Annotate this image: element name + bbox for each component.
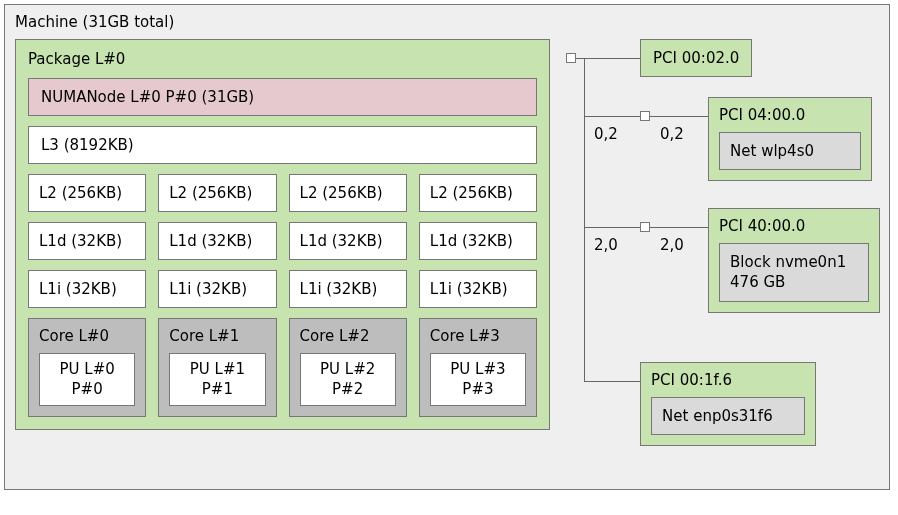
core: Core L#1 PU L#1 P#1 xyxy=(158,318,276,417)
tree-line xyxy=(576,58,584,59)
pu: PU L#2 P#2 xyxy=(300,353,396,406)
tree-node-icon xyxy=(566,53,576,63)
l1i-cache: L1i (32KB) xyxy=(289,270,407,308)
tree-line xyxy=(584,381,640,382)
l2-row: L2 (256KB) L2 (256KB) L2 (256KB) L2 (256… xyxy=(28,174,537,212)
machine-title: Machine (31GB total) xyxy=(15,13,879,31)
tree-line xyxy=(584,227,640,228)
bridge-label: 0,2 xyxy=(594,125,618,143)
l3-cache: L3 (8192KB) xyxy=(28,126,537,164)
pu: PU L#1 P#1 xyxy=(169,353,265,406)
l2-cache: L2 (256KB) xyxy=(28,174,146,212)
l2-cache: L2 (256KB) xyxy=(158,174,276,212)
os-device: Net wlp4s0 xyxy=(719,132,861,170)
core-row: Core L#0 PU L#0 P#0 Core L#1 PU L#1 P#1 … xyxy=(28,318,537,417)
pci-tree: PCI 00:02.0 0,2 0,2 PCI 04:00.0 Net wlp4… xyxy=(562,39,879,479)
pci-title: PCI 40:00.0 xyxy=(719,217,869,235)
l1i-cache: L1i (32KB) xyxy=(158,270,276,308)
os-device: Block nvme0n1 476 GB xyxy=(719,243,869,302)
l1d-cache: L1d (32KB) xyxy=(158,222,276,260)
core: Core L#3 PU L#3 P#3 xyxy=(419,318,537,417)
numanode-title: NUMANode L#0 P#0 (31GB) xyxy=(41,88,254,106)
pci-title: PCI 00:02.0 xyxy=(653,49,739,67)
core-title: Core L#0 xyxy=(39,327,135,345)
tree-line xyxy=(584,58,640,59)
l1i-cache: L1i (32KB) xyxy=(28,270,146,308)
tree-line xyxy=(584,116,640,117)
pci-device: PCI 04:00.0 Net wlp4s0 xyxy=(708,97,872,181)
machine: Machine (31GB total) Package L#0 NUMANod… xyxy=(4,4,890,490)
tree-line xyxy=(650,116,708,117)
package-title: Package L#0 xyxy=(28,50,537,68)
pci-title: PCI 04:00.0 xyxy=(719,106,861,124)
l1d-row: L1d (32KB) L1d (32KB) L1d (32KB) L1d (32… xyxy=(28,222,537,260)
bridge-label: 2,0 xyxy=(594,236,618,254)
core-title: Core L#2 xyxy=(300,327,396,345)
l3-title: L3 (8192KB) xyxy=(41,136,134,154)
tree-line xyxy=(650,227,708,228)
pci-device: PCI 00:1f.6 Net enp0s31f6 xyxy=(640,362,816,446)
l1d-cache: L1d (32KB) xyxy=(289,222,407,260)
bridge-label: 2,0 xyxy=(660,236,684,254)
l2-cache: L2 (256KB) xyxy=(289,174,407,212)
pci-device: PCI 00:02.0 xyxy=(640,39,752,77)
tree-line xyxy=(584,58,585,381)
tree-node-icon xyxy=(640,222,650,232)
l1i-cache: L1i (32KB) xyxy=(419,270,537,308)
l1i-row: L1i (32KB) L1i (32KB) L1i (32KB) L1i (32… xyxy=(28,270,537,308)
core-title: Core L#1 xyxy=(169,327,265,345)
l1d-cache: L1d (32KB) xyxy=(28,222,146,260)
pci-title: PCI 00:1f.6 xyxy=(651,371,805,389)
bridge-label: 0,2 xyxy=(660,125,684,143)
package: Package L#0 NUMANode L#0 P#0 (31GB) L3 (… xyxy=(15,39,550,430)
l1d-cache: L1d (32KB) xyxy=(419,222,537,260)
os-device: Net enp0s31f6 xyxy=(651,397,805,435)
tree-node-icon xyxy=(640,111,650,121)
pu: PU L#3 P#3 xyxy=(430,353,526,406)
l2-cache: L2 (256KB) xyxy=(419,174,537,212)
pu: PU L#0 P#0 xyxy=(39,353,135,406)
core: Core L#2 PU L#2 P#2 xyxy=(289,318,407,417)
pci-device: PCI 40:00.0 Block nvme0n1 476 GB xyxy=(708,208,880,313)
numanode: NUMANode L#0 P#0 (31GB) xyxy=(28,78,537,116)
core-title: Core L#3 xyxy=(430,327,526,345)
core: Core L#0 PU L#0 P#0 xyxy=(28,318,146,417)
